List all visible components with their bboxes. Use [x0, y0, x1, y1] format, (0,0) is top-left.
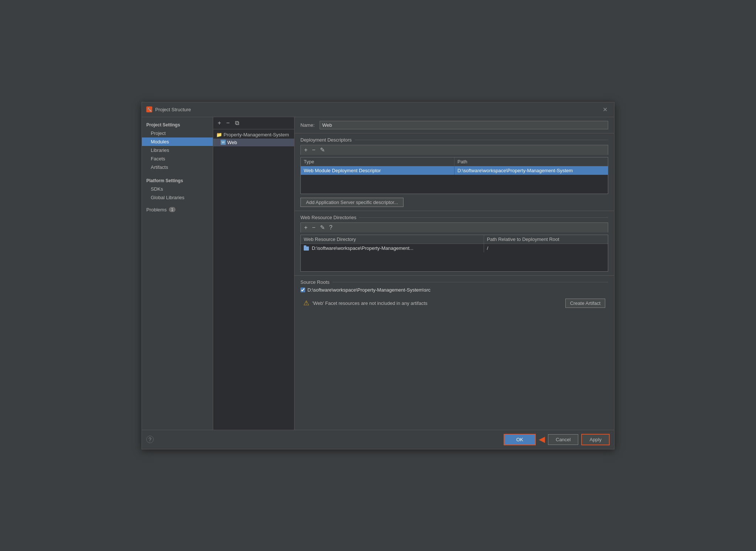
web-resource-help-button[interactable]: ? — [328, 224, 334, 231]
web-resource-header: Web Resource Directories — [300, 215, 608, 220]
tree-item-root-label: Property-Management-System — [224, 132, 289, 137]
web-resource-row-0[interactable]: D:\software\workspace\Property-Managemen… — [301, 244, 608, 252]
close-button[interactable]: ✕ — [600, 105, 610, 114]
dialog-title: Project Structure — [155, 107, 191, 112]
cancel-button[interactable]: Cancel — [548, 434, 578, 445]
deployment-toolbar: + − ✎ — [300, 145, 608, 155]
deployment-edit-button[interactable]: ✎ — [319, 147, 326, 153]
ok-button[interactable]: OK — [504, 434, 536, 445]
create-artifact-button[interactable]: Create Artifact — [565, 299, 605, 308]
separator-line2 — [359, 217, 608, 218]
sidebar-item-problems[interactable]: Problems 1 — [142, 205, 213, 215]
sidebar-divider — [142, 171, 213, 174]
name-input[interactable] — [320, 121, 608, 129]
web-resource-col-path: Path Relative to Deployment Root — [484, 235, 608, 244]
tree-add-button[interactable]: + — [216, 119, 222, 127]
warning-bar: ⚠ 'Web' Facet resources are not included… — [300, 296, 608, 310]
sidebar-item-global-libraries[interactable]: Global Libraries — [142, 193, 213, 202]
separator-line — [355, 140, 608, 140]
bottom-bar: ? OK ◀ Cancel Apply — [142, 430, 614, 449]
module-icon: W — [221, 140, 226, 145]
title-bar-left: 🔧 Project Structure — [146, 106, 191, 112]
main-content: Project Settings Project Modules Librari… — [142, 117, 614, 430]
warning-icon: ⚠ — [303, 299, 309, 307]
deployment-row-0-type: Web Module Deployment Descriptor — [301, 166, 454, 175]
web-resource-remove-button[interactable]: − — [311, 224, 316, 231]
separator-line3 — [333, 282, 608, 282]
deployment-col-path: Path — [454, 157, 608, 166]
web-resource-title: Web Resource Directories — [300, 215, 356, 220]
sidebar-item-libraries[interactable]: Libraries — [142, 146, 213, 154]
sidebar-item-sdks[interactable]: SDKs — [142, 185, 213, 193]
web-resource-table: Web Resource Directory Path Relative to … — [300, 235, 608, 272]
directory-icon — [304, 246, 309, 251]
name-row: Name: — [294, 117, 614, 133]
tree-item-web-label: Web — [227, 140, 237, 145]
deployment-add-button[interactable]: + — [303, 147, 309, 153]
warning-text: 'Web' Facet resources are not included i… — [312, 300, 562, 306]
deployment-row-0-path: D:\software\workspace\Property-Managemen… — [454, 166, 608, 175]
tree-item-web[interactable]: W Web — [213, 139, 294, 146]
web-resource-toolbar: + − ✎ ? — [300, 222, 608, 232]
deployment-table: Type Path Web Module Deployment Descript… — [300, 157, 608, 194]
app-icon: 🔧 — [146, 106, 152, 112]
deployment-row-0[interactable]: Web Module Deployment Descriptor D:\soft… — [301, 166, 608, 175]
source-roots-header: Source Roots — [300, 279, 608, 285]
help-button[interactable]: ? — [146, 436, 154, 443]
web-resource-add-button[interactable]: + — [303, 224, 309, 231]
sidebar: Project Settings Project Modules Librari… — [142, 117, 213, 430]
web-resource-row-0-dir: D:\software\workspace\Property-Managemen… — [301, 244, 484, 252]
sidebar-item-project[interactable]: Project — [142, 129, 213, 137]
problems-label: Problems — [146, 207, 167, 212]
deployment-descriptors-header: Deployment Descriptors — [300, 137, 608, 143]
tree-item-root[interactable]: 📁 Property-Management-System — [213, 131, 294, 139]
right-panel: Name: Deployment Descriptors + − ✎ — [294, 117, 614, 430]
deployment-descriptors-title: Deployment Descriptors — [300, 137, 352, 143]
sidebar-item-artifacts[interactable]: Artifacts — [142, 163, 213, 171]
add-server-descriptor-button[interactable]: Add Application Server specific descript… — [300, 198, 403, 207]
module-tree: + − ⧉ 📁 Property-Management-System W Web — [213, 117, 294, 430]
project-structure-dialog: 🔧 Project Structure ✕ Project Settings P… — [142, 102, 614, 449]
tree-toolbar: + − ⧉ — [213, 117, 294, 129]
apply-button[interactable]: Apply — [581, 434, 610, 445]
panel-body: Deployment Descriptors + − ✎ Type Path — [294, 133, 614, 430]
web-resource-table-header: Web Resource Directory Path Relative to … — [301, 235, 608, 244]
problems-badge: 1 — [169, 207, 176, 212]
deployment-col-type: Type — [301, 157, 454, 166]
deployment-descriptors-section: Deployment Descriptors + − ✎ Type Path — [294, 133, 614, 211]
title-bar: 🔧 Project Structure ✕ — [142, 102, 614, 117]
deployment-remove-button[interactable]: − — [311, 147, 316, 153]
source-root-path: D:\software\workspace\Property-Managemen… — [307, 287, 430, 293]
arrow-indicator-cancel: ◀ — [539, 435, 545, 444]
source-root-checkbox[interactable] — [300, 288, 305, 292]
web-resource-edit-button[interactable]: ✎ — [319, 224, 326, 231]
web-resource-row-0-path: / — [484, 244, 608, 252]
deployment-table-header: Type Path — [301, 157, 608, 166]
source-root-row: D:\software\workspace\Property-Managemen… — [300, 287, 608, 293]
source-roots-title: Source Roots — [300, 279, 330, 285]
sidebar-item-modules[interactable]: Modules — [142, 137, 213, 146]
web-resource-col-dir: Web Resource Directory — [301, 235, 484, 244]
platform-settings-header: Platform Settings — [142, 176, 213, 185]
tree-copy-button[interactable]: ⧉ — [234, 119, 241, 127]
web-resource-section: Web Resource Directories + − ✎ ? Web Res… — [294, 211, 614, 276]
source-roots-section: Source Roots D:\software\workspace\Prope… — [294, 276, 614, 314]
sidebar-item-facets[interactable]: Facets — [142, 154, 213, 163]
tree-items: 📁 Property-Management-System W Web — [213, 129, 294, 148]
project-settings-header: Project Settings — [142, 120, 213, 129]
name-label: Name: — [300, 122, 315, 128]
folder-icon: 📁 — [216, 132, 222, 137]
tree-remove-button[interactable]: − — [225, 119, 231, 127]
